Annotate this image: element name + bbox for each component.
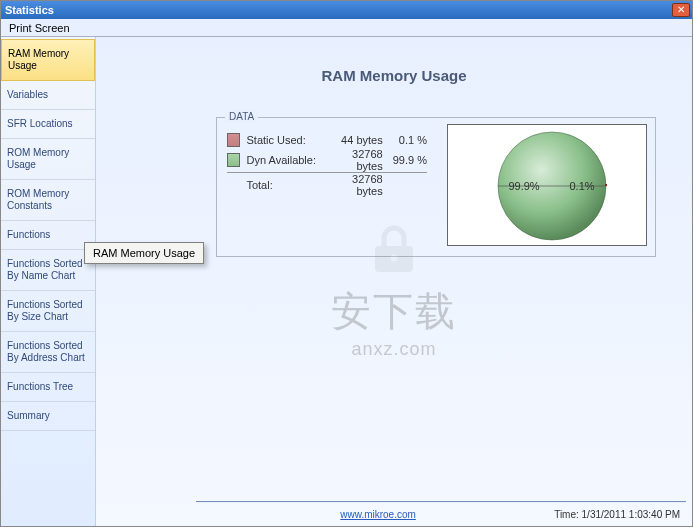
sidebar-item-functions-sorted-by-size[interactable]: Functions Sorted By Size Chart	[1, 291, 95, 332]
watermark-text: 安下载	[331, 284, 457, 339]
table-row-dyn: Dyn Available: 32768 bytes 99.9 %	[227, 150, 427, 170]
footer: www.mikroe.com Time: 1/31/2011 1:03:40 P…	[196, 501, 686, 520]
data-fieldset: DATA Static Used: 44 bytes 0.1 % Dyn Ava…	[216, 117, 656, 257]
sidebar-item-functions-sorted-by-address[interactable]: Functions Sorted By Address Chart	[1, 332, 95, 373]
dyn-pct: 99.9 %	[389, 154, 427, 166]
swatch-dyn-icon	[227, 153, 240, 167]
footer-link[interactable]: www.mikroe.com	[340, 509, 416, 520]
sidebar-item-functions-tree[interactable]: Functions Tree	[1, 373, 95, 402]
watermark-url: anxz.com	[331, 339, 457, 360]
footer-divider	[196, 501, 686, 503]
sidebar-item-functions[interactable]: Functions	[1, 221, 95, 250]
data-table: Static Used: 44 bytes 0.1 % Dyn Availabl…	[227, 130, 427, 195]
titlebar: Statistics ✕	[1, 1, 692, 19]
table-row-total: Total: 32768 bytes	[227, 175, 427, 195]
main-content: RAM Memory Usage DATA Static Used: 44 by…	[96, 37, 692, 526]
close-icon[interactable]: ✕	[672, 3, 690, 17]
static-bytes: 44 bytes	[325, 134, 382, 146]
tooltip: RAM Memory Usage	[84, 242, 204, 264]
sidebar-item-sfr-locations[interactable]: SFR Locations	[1, 110, 95, 139]
workspace: RAM Memory Usage Variables SFR Locations…	[1, 37, 692, 526]
page-title: RAM Memory Usage	[96, 67, 692, 84]
pie-label-left: 99.9%	[508, 180, 539, 192]
fieldset-legend: DATA	[225, 111, 258, 122]
static-pct: 0.1 %	[389, 134, 427, 146]
sidebar: RAM Memory Usage Variables SFR Locations…	[1, 37, 96, 526]
menubar: Print Screen	[1, 19, 692, 37]
table-row-static: Static Used: 44 bytes 0.1 %	[227, 130, 427, 150]
sidebar-item-rom-memory-usage[interactable]: ROM Memory Usage	[1, 139, 95, 180]
sidebar-item-functions-sorted-by-name[interactable]: Functions Sorted By Name Chart	[1, 250, 95, 291]
sidebar-item-variables[interactable]: Variables	[1, 81, 95, 110]
dyn-label: Dyn Available:	[246, 154, 319, 166]
sidebar-item-rom-memory-constants[interactable]: ROM Memory Constants	[1, 180, 95, 221]
sidebar-item-summary[interactable]: Summary	[1, 402, 95, 431]
total-label: Total:	[246, 179, 319, 191]
dyn-bytes: 32768 bytes	[325, 148, 382, 172]
pie-chart: 99.9% 0.1%	[447, 124, 647, 246]
total-bytes: 32768 bytes	[325, 173, 382, 197]
swatch-static-icon	[227, 133, 240, 147]
sidebar-item-ram-memory-usage[interactable]: RAM Memory Usage	[1, 39, 95, 81]
menu-print-screen[interactable]: Print Screen	[5, 20, 74, 36]
footer-time: Time: 1/31/2011 1:03:40 PM	[554, 509, 680, 520]
pie-label-right: 0.1%	[569, 180, 594, 192]
window-title: Statistics	[5, 4, 54, 16]
static-label: Static Used:	[246, 134, 319, 146]
